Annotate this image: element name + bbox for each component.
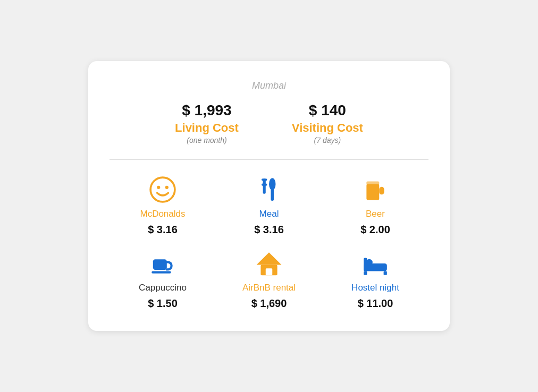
item-price-cappuccino: $ 1.50 <box>148 297 178 310</box>
visiting-cost-label: Visiting Cost <box>292 121 363 135</box>
svg-rect-9 <box>271 189 274 201</box>
item-label-beer: Beer <box>366 209 385 219</box>
costs-row: $ 1,993 Living Cost (one month) $ 140 Vi… <box>110 102 428 144</box>
item-price-beer: $ 2.00 <box>360 224 390 236</box>
svg-rect-12 <box>366 181 379 185</box>
svg-rect-6 <box>262 184 267 186</box>
svg-rect-22 <box>384 271 387 275</box>
item-cell-cappuccino: Cappuccino$ 1.50 <box>110 249 216 310</box>
living-cost-label: Living Cost <box>175 121 239 135</box>
svg-rect-10 <box>366 184 379 200</box>
bed-icon <box>362 249 389 278</box>
visiting-cost-amount: $ 140 <box>292 102 363 119</box>
item-cell-beer: Beer$ 2.00 <box>322 175 428 236</box>
svg-marker-15 <box>257 252 282 265</box>
item-label-mcdonalds: McDonalds <box>140 209 185 219</box>
svg-point-8 <box>269 178 275 190</box>
item-label-cappuccino: Cappuccino <box>139 283 187 293</box>
cutlery-icon <box>255 175 283 204</box>
item-label-hostel: Hostel night <box>351 283 399 293</box>
item-price-hostel: $ 11.00 <box>358 297 393 310</box>
living-cost-sublabel: (one month) <box>175 136 239 144</box>
divider <box>110 159 428 160</box>
svg-rect-17 <box>266 268 272 275</box>
item-cell-mcdonalds: McDonalds$ 3.16 <box>110 175 216 236</box>
svg-rect-14 <box>152 271 171 274</box>
svg-rect-11 <box>379 187 384 195</box>
coffee-icon <box>149 249 176 278</box>
item-label-airbnb: AirBnB rental <box>242 283 296 293</box>
svg-rect-5 <box>262 178 267 181</box>
svg-rect-19 <box>364 258 367 271</box>
living-cost-amount: $ 1,993 <box>175 102 239 119</box>
item-cell-hostel: Hostel night$ 11.00 <box>322 249 428 310</box>
svg-point-2 <box>165 186 169 189</box>
item-cell-airbnb: AirBnB rental$ 1,690 <box>216 249 322 310</box>
svg-point-1 <box>157 186 160 189</box>
svg-point-20 <box>366 259 372 266</box>
smiley-icon <box>149 175 176 204</box>
item-price-mcdonalds: $ 3.16 <box>148 224 178 236</box>
visiting-cost-block: $ 140 Visiting Cost (7 days) <box>292 102 363 144</box>
svg-point-0 <box>150 177 175 202</box>
city-title: Mumbai <box>110 80 428 91</box>
city-card: Mumbai $ 1,993 Living Cost (one month) $… <box>88 61 450 331</box>
living-cost-block: $ 1,993 Living Cost (one month) <box>175 102 239 144</box>
svg-rect-21 <box>364 271 367 275</box>
beer-icon <box>362 175 389 204</box>
item-price-meal: $ 3.16 <box>254 224 284 236</box>
item-cell-meal: Meal$ 3.16 <box>216 175 322 236</box>
svg-rect-13 <box>153 259 167 270</box>
item-price-airbnb: $ 1,690 <box>251 297 287 310</box>
items-grid: McDonalds$ 3.16 Meal$ 3.16 Beer$ 2.00 Ca… <box>110 175 428 310</box>
house-icon <box>255 249 283 278</box>
item-label-meal: Meal <box>259 209 279 219</box>
visiting-cost-sublabel: (7 days) <box>292 136 363 144</box>
